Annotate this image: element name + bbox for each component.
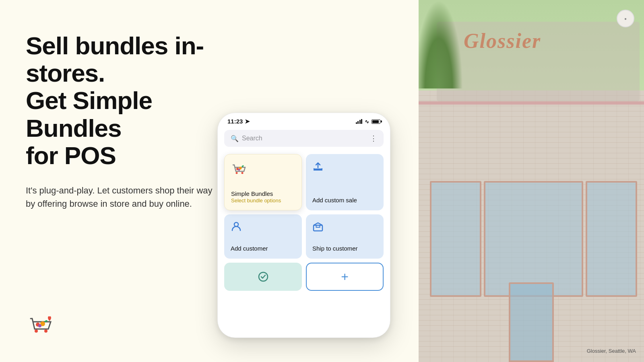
photo-caption: Glossier, Seattle, WA — [587, 348, 636, 354]
svg-rect-14 — [314, 225, 322, 231]
bundle-cart-icon — [231, 161, 295, 177]
add-custom-sale-label: Add custom sale — [312, 196, 377, 204]
headline-line3: for POS — [26, 142, 116, 169]
discount-tile[interactable] — [224, 263, 302, 291]
store-sign: Glossier — [464, 29, 541, 53]
store-photo-area: Glossier ● Glossier, Seattle, WA — [419, 0, 644, 362]
battery-icon — [372, 119, 380, 124]
simple-bundles-label: Simple Bundles — [231, 190, 295, 198]
simple-bundles-sublabel: Select bundle options — [231, 197, 295, 204]
store-photo: Glossier ● — [419, 0, 644, 362]
upload-icon — [312, 160, 377, 172]
app-grid: Simple Bundles Select bundle options Add… — [218, 150, 390, 263]
store-windows-row — [430, 181, 637, 297]
add-custom-sale-tile[interactable]: Add custom sale — [306, 154, 384, 210]
add-customer-label: Add customer — [231, 245, 295, 253]
simple-bundles-tile[interactable]: Simple Bundles Select bundle options — [224, 154, 302, 210]
person-icon — [231, 221, 295, 232]
headline-line2: Get Simple Bundles — [26, 86, 152, 142]
search-bar[interactable]: 🔍 Search ⋮ — [224, 130, 384, 147]
status-time: 11:23 ➤ — [227, 118, 250, 125]
svg-point-1 — [35, 329, 38, 333]
status-bar: 11:23 ➤ ∿ — [218, 113, 390, 127]
svg-point-2 — [44, 329, 47, 333]
ship-to-customer-tile[interactable]: Ship to customer — [306, 214, 384, 259]
bottom-tiles: + — [218, 263, 390, 295]
beacon: ● — [617, 10, 634, 27]
phone-container: 11:23 ➤ ∿ 🔍 Search ⋮ — [217, 113, 407, 338]
ship-to-customer-label: Ship to customer — [312, 245, 377, 253]
pink-trim-top — [419, 101, 644, 105]
svg-point-7 — [236, 172, 238, 174]
add-tile[interactable]: + — [306, 263, 384, 291]
window-3 — [586, 181, 637, 297]
subtext: It's plug-and-play. Let customers shop t… — [26, 184, 219, 210]
filter-icon: ⋮ — [370, 134, 377, 143]
svg-point-13 — [234, 222, 238, 226]
wifi-icon: ∿ — [365, 119, 369, 125]
tree — [419, 0, 463, 88]
phone-frame: 11:23 ➤ ∿ 🔍 Search ⋮ — [217, 113, 390, 338]
store-door — [509, 282, 554, 362]
search-icon: 🔍 — [231, 135, 239, 142]
box-icon — [312, 221, 377, 232]
window-2 — [484, 181, 584, 297]
search-input-label: Search — [242, 135, 262, 142]
headline-line1: Sell bundles in-stores. — [26, 32, 204, 87]
time-text: 11:23 — [227, 118, 243, 125]
app-logo — [26, 311, 55, 339]
svg-point-5 — [38, 324, 41, 327]
add-customer-tile[interactable]: Add customer — [224, 214, 302, 259]
svg-point-11 — [238, 169, 240, 171]
svg-rect-12 — [314, 169, 322, 170]
status-icons: ∿ — [356, 119, 381, 125]
svg-point-8 — [242, 172, 244, 174]
window-1 — [430, 181, 481, 297]
signal-icon — [356, 119, 363, 124]
